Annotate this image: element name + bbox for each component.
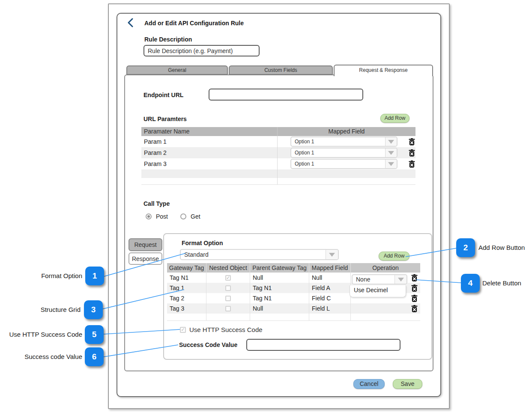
radio-selected-icon <box>146 213 152 219</box>
callout-badge-6: 6 <box>85 347 104 366</box>
param-name-cell: Param 3 <box>141 158 278 169</box>
dropdown-arrow-icon[interactable] <box>385 148 397 157</box>
parent-gateway-tag-cell: Tag N1 <box>250 293 309 303</box>
delete-row-button[interactable] <box>411 285 418 292</box>
gateway-tag-cell: Tag N1 <box>167 273 206 283</box>
trash-icon <box>411 285 418 292</box>
trash-icon <box>411 305 418 312</box>
dropdown-value: Option 1 <box>291 137 385 146</box>
nested-object-checkbox[interactable] <box>225 306 231 311</box>
table-row: Param 3 Option 1 <box>141 158 415 169</box>
trash-icon <box>409 149 415 157</box>
use-http-success-checkbox[interactable]: ✓ <box>180 327 186 333</box>
gateway-tag-cell: Tag 1 <box>167 283 206 293</box>
nested-object-checkbox[interactable] <box>225 285 231 291</box>
endpoint-url-label: Endpoint URL <box>143 92 183 98</box>
callout-badge-4: 4 <box>461 274 480 293</box>
column-header-mapped-field: Mapped Field <box>278 127 415 136</box>
operation-dropdown[interactable]: None <box>352 274 407 285</box>
mapped-field-dropdown[interactable]: Option 1 <box>290 148 398 158</box>
table-row-empty <box>141 178 415 185</box>
column-header-parameter-name: Paramater Name <box>141 127 278 136</box>
success-code-value-label: Success Code Value <box>179 341 237 348</box>
gateway-tag-cell: Tag 2 <box>167 293 206 303</box>
delete-row-button[interactable] <box>409 160 415 168</box>
trash-icon <box>411 274 418 282</box>
rule-description-label: Rule Description <box>144 36 192 43</box>
trash-icon <box>409 138 415 145</box>
cancel-button[interactable]: Cancel <box>353 379 385 389</box>
param-name-cell: Param 1 <box>141 136 278 147</box>
format-option-value: Standard <box>181 250 326 259</box>
delete-row-button[interactable] <box>409 138 415 145</box>
callout-badge-5: 5 <box>85 325 104 344</box>
rule-description-input[interactable] <box>143 45 260 56</box>
mapped-field-dropdown[interactable]: Option 1 <box>290 159 398 169</box>
format-option-label: Format Option <box>182 240 223 246</box>
use-http-success-label: Use HTTP Success Code <box>189 326 263 333</box>
success-code-value-input[interactable] <box>246 339 400 351</box>
callout-label-add-row-button: Add Row Button <box>478 238 525 257</box>
callout-badge-1: 1 <box>85 267 104 285</box>
operation-dropdown-open-list: Use Decimel <box>350 285 406 297</box>
back-button[interactable] <box>127 18 134 27</box>
tab-request-response[interactable]: Request & Response <box>334 65 433 76</box>
delete-row-button[interactable] <box>411 295 418 302</box>
grid-row: Tag 3 Null Field L <box>167 303 420 314</box>
delete-row-button[interactable] <box>411 305 418 312</box>
mapped-field-cell: Field L <box>309 303 351 314</box>
dropdown-arrow-icon[interactable] <box>395 275 406 284</box>
callout-label-success-code-value: Success code Value <box>0 347 82 366</box>
grid-col-mapped-field: Mapped Field <box>309 263 351 273</box>
tab-general[interactable]: General <box>126 65 228 75</box>
delete-row-button[interactable] <box>409 149 415 157</box>
param-name-cell: Param 2 <box>141 147 278 158</box>
grid-col-gateway-tag: Gateway Tag <box>167 263 206 273</box>
nested-object-checkbox-checked[interactable]: ✓ <box>225 275 231 281</box>
page-title: Add or Edit API Configuration Rule <box>144 20 244 27</box>
call-type-label: Call Type <box>143 200 170 207</box>
parent-gateway-tag-cell: Null <box>250 303 309 314</box>
mapped-field-dropdown[interactable]: Option 1 <box>290 136 398 147</box>
table-row: Param 1 Option 1 <box>141 136 415 147</box>
back-chevron-icon <box>127 18 134 27</box>
grid-col-nested-object: Nested Object <box>206 263 250 273</box>
callout-label-use-http-success-code: Use HTTP Success Code <box>0 325 82 344</box>
dropdown-arrow-icon[interactable] <box>326 250 338 259</box>
page: Add or Edit API Configuration Rule Rule … <box>0 0 532 412</box>
tab-custom-fields[interactable]: Custom Fields <box>229 65 333 75</box>
dropdown-arrow-icon[interactable] <box>385 160 397 168</box>
parent-gateway-tag-cell: Null <box>250 273 309 283</box>
vtab-response[interactable]: Response <box>129 252 162 265</box>
structure-grid: Gateway Tag Nested Object Parent Gateway… <box>167 263 420 321</box>
url-parameters-add-row-button[interactable]: Add Row <box>380 114 409 123</box>
radio-post[interactable]: Post <box>146 213 168 220</box>
grid-row: Tag N1 ✓ Null Null None <box>167 273 420 283</box>
dropdown-arrow-icon[interactable] <box>385 137 397 146</box>
nested-object-checkbox[interactable] <box>225 296 231 301</box>
radio-get[interactable]: Get <box>180 213 200 220</box>
trash-icon <box>411 295 418 302</box>
dropdown-option-use-decimel[interactable]: Use Decimel <box>354 287 406 293</box>
callout-label-delete-button: Delete Button <box>482 274 521 293</box>
dropdown-value: Option 1 <box>291 148 385 157</box>
vtab-request[interactable]: Request <box>129 238 162 251</box>
callout-label-structure-grid: Structure Grid <box>0 300 81 319</box>
grid-col-operation: Operation <box>351 263 420 273</box>
endpoint-url-input[interactable] <box>209 89 363 101</box>
table-row: Param 2 Option 1 <box>141 147 415 158</box>
grid-col-parent-gateway-tag: Parent Gateway Tag <box>250 263 309 273</box>
format-option-dropdown[interactable]: Standard <box>180 249 339 260</box>
radio-unselected-icon <box>180 213 186 219</box>
delete-row-button[interactable] <box>411 274 418 282</box>
save-button[interactable]: Save <box>393 379 422 389</box>
callout-label-format-option: Format Option <box>0 267 82 285</box>
structure-add-row-button[interactable]: Add Row <box>379 252 409 261</box>
radio-post-label: Post <box>156 213 168 220</box>
mapped-field-cell: Field A <box>309 283 351 293</box>
url-parameters-table: Paramater Name Mapped Field Param 1 Opti… <box>141 127 415 185</box>
operation-dropdown-value: None <box>353 275 395 284</box>
callout-badge-3: 3 <box>84 300 103 319</box>
dropdown-value: Option 1 <box>291 160 385 168</box>
grid-row-empty <box>167 314 420 321</box>
